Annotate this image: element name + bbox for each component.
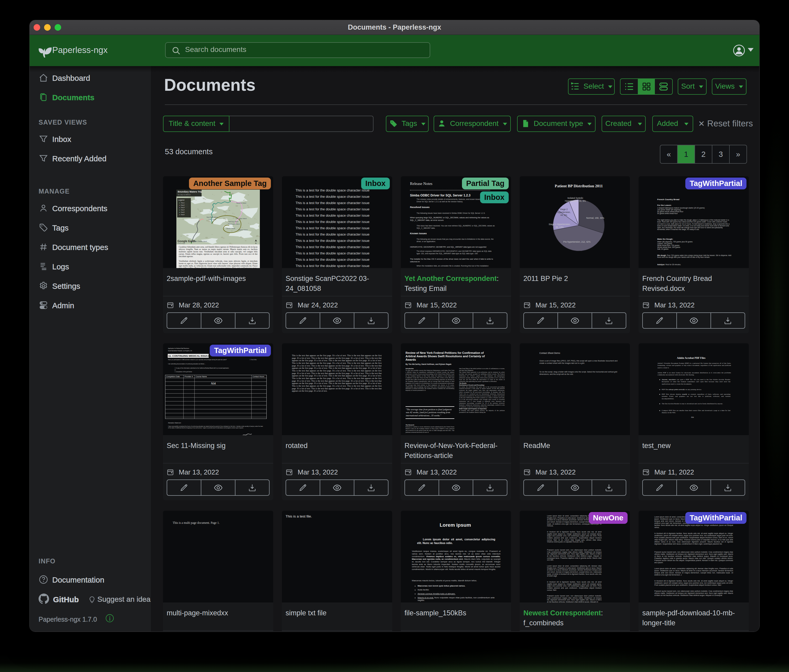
svg-text:Squirrel Island: Squirrel Island <box>238 229 248 231</box>
svg-text:Patient BP Distribution 2011: Patient BP Distribution 2011 <box>555 184 603 188</box>
svg-text:Completion Date: Completion Date <box>166 376 180 378</box>
svg-text:Washington Island: Washington Island <box>228 223 240 225</box>
svg-text:Hausens Island: Hausens Island <box>236 202 246 204</box>
svg-text:©2022 Google: ©2022 Google <box>177 243 185 244</box>
svg-text:Day5: Day5 <box>181 212 185 213</box>
svg-text:Legend: Legend <box>178 199 184 201</box>
svg-text:Half Dog Island: Half Dog Island <box>228 221 238 223</box>
svg-text:▲: ▲ <box>179 204 180 206</box>
svg-text:Mountain Charles Island: Mountain Charles Island <box>191 240 207 242</box>
svg-text:▲: ▲ <box>179 202 180 204</box>
svg-text:First Cove Island: First Cove Island <box>236 218 246 219</box>
svg-text:Day1: Day1 <box>181 202 185 204</box>
svg-text:Pre-hypertension, 212, 42%: Pre-hypertension, 212, 42% <box>563 240 591 243</box>
svg-text:Stage 1 Hypertension,: Stage 1 Hypertension, <box>549 223 571 226</box>
svg-text:Hypertension,: Hypertension, <box>557 211 571 213</box>
svg-text:65, 13%: 65, 13% <box>556 226 564 228</box>
svg-text:▲: ▲ <box>179 212 180 213</box>
svg-text:Gang Island: Gang Island <box>208 219 216 220</box>
svg-text:▲: ▲ <box>179 209 180 211</box>
svg-text:Boundary Waters Trip: Boundary Waters Trip <box>178 190 202 193</box>
svg-text:New Point Island: New Point Island <box>206 217 217 218</box>
svg-text:Isolated Systolic: Isolated Systolic <box>567 197 583 199</box>
svg-text:Course Name: Course Name <box>196 376 207 377</box>
svg-text:Hypertension, 31, 6%: Hypertension, 31, 6% <box>565 200 586 202</box>
svg-text:Day6: Day6 <box>181 214 185 215</box>
svg-text:Contact Hours: Contact Hours <box>252 376 264 377</box>
svg-text:Day3: Day3 <box>181 207 185 208</box>
svg-text:Provider #: Provider # <box>185 376 193 377</box>
svg-text:Stage 2: Stage 2 <box>560 208 568 211</box>
svg-text:44, 9%: 44, 9% <box>561 214 567 217</box>
svg-text:Normal, 158, 30%: Normal, 158, 30% <box>586 217 604 219</box>
svg-text:▲: ▲ <box>179 214 180 215</box>
svg-text:Six days at BWCA: Six days at BWCA <box>178 194 190 196</box>
svg-text:Day2: Day2 <box>181 204 185 206</box>
svg-text:▲: ▲ <box>179 207 180 208</box>
svg-text:Candle Island: Candle Island <box>226 228 235 229</box>
svg-text:Day4: Day4 <box>181 209 185 211</box>
svg-text:N\A: N\A <box>211 382 216 385</box>
